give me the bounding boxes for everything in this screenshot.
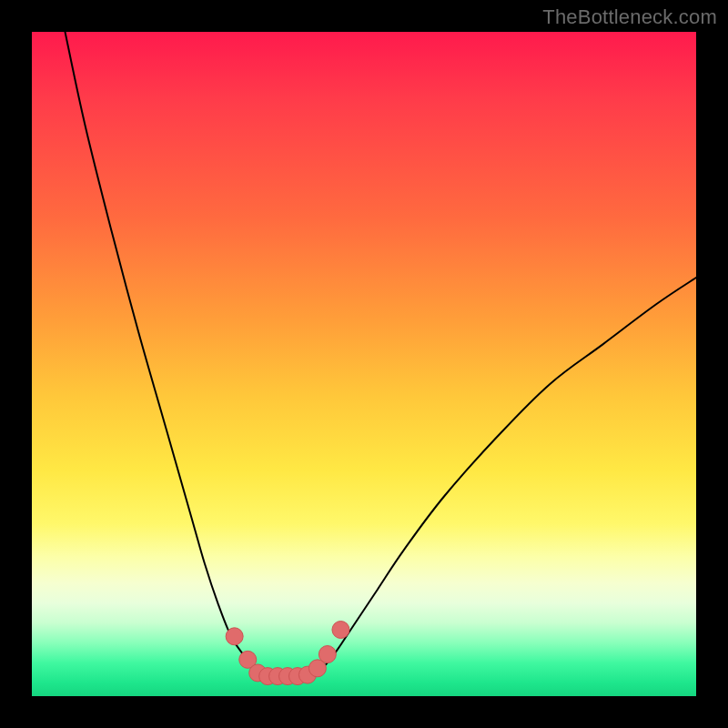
data-marker xyxy=(332,622,349,639)
curve-group xyxy=(66,32,697,676)
chart-svg xyxy=(32,32,696,696)
marker-group xyxy=(226,622,349,685)
plot-area xyxy=(32,32,696,696)
curve-right-curve xyxy=(311,278,696,676)
frame: TheBottleneck.com xyxy=(0,0,728,728)
data-marker xyxy=(318,646,336,663)
curve-left-curve xyxy=(66,32,265,676)
watermark-text: TheBottleneck.com xyxy=(542,5,717,29)
data-marker xyxy=(226,628,243,645)
